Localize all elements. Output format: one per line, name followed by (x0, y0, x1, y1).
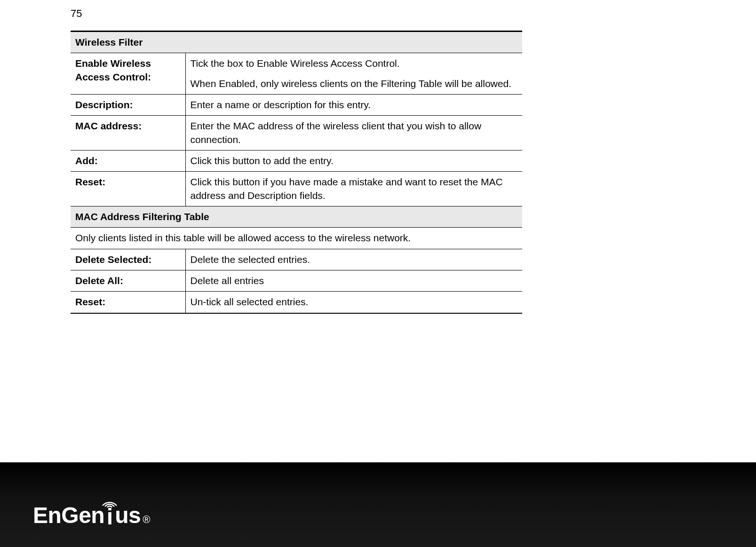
table-row: Delete Selected: Delete the selected ent… (71, 249, 522, 270)
desc-text-line2: When Enabled, only wireless clients on t… (191, 77, 518, 90)
row-description: Enter a name or description for this ent… (185, 95, 522, 116)
row-label: Reset: (71, 292, 185, 313)
row-description: Click this button if you have made a mis… (185, 172, 522, 206)
page-footer: EnGen i us ® (0, 462, 756, 547)
page-number: 75 (71, 8, 82, 20)
logo-part-us: us (115, 502, 141, 528)
registered-trademark-icon: ® (143, 514, 150, 526)
logo-i-with-wifi: i (104, 506, 115, 528)
row-description: Tick the box to Enable Wireless Access C… (185, 53, 522, 95)
section-note-cell: Only clients listed in this table will b… (71, 228, 522, 249)
table-row: Add: Click this button to add the entry. (71, 151, 522, 172)
table-row: Description: Enter a name or description… (71, 95, 522, 116)
row-description: Click this button to add the entry. (185, 151, 522, 172)
row-description: Un-tick all selected entries. (185, 292, 522, 313)
section-header-row: Wireless Filter (71, 32, 522, 53)
content-table-wrapper: Wireless Filter Enable Wireless Access C… (71, 31, 522, 314)
row-label: Delete Selected: (71, 249, 185, 270)
section-header-cell: Wireless Filter (71, 32, 522, 53)
row-label: Delete All: (71, 270, 185, 292)
table-row: MAC address: Enter the MAC address of th… (71, 116, 522, 151)
section-header-row: MAC Address Filtering Table (71, 206, 522, 228)
table-row: Delete All: Delete all entries (71, 270, 522, 292)
row-description: Enter the MAC address of the wireless cl… (185, 116, 522, 151)
table-row: Reset: Un-tick all selected entries. (71, 292, 522, 313)
logo-text: EnGen i us (33, 502, 141, 528)
row-label: Description: (71, 95, 185, 116)
logo-part-i: i (104, 506, 115, 528)
footer-inner: EnGen i us ® (0, 462, 756, 528)
section-note-row: Only clients listed in this table will b… (71, 228, 522, 249)
row-description: Delete all entries (185, 270, 522, 292)
section-header-cell: MAC Address Filtering Table (71, 206, 522, 228)
row-label: Reset: (71, 172, 185, 206)
row-label: Enable Wireless Access Control: (71, 53, 185, 95)
logo-part-en: EnGen (33, 502, 104, 528)
row-label: MAC address: (71, 116, 185, 151)
table-row: Reset: Click this button if you have mad… (71, 172, 522, 206)
engenius-logo: EnGen i us ® (33, 502, 756, 528)
desc-text-line1: Tick the box to Enable Wireless Access C… (191, 58, 400, 69)
wireless-filter-table: Wireless Filter Enable Wireless Access C… (71, 31, 522, 314)
row-label: Add: (71, 151, 185, 172)
table-row: Enable Wireless Access Control: Tick the… (71, 53, 522, 95)
row-description: Delete the selected entries. (185, 249, 522, 270)
